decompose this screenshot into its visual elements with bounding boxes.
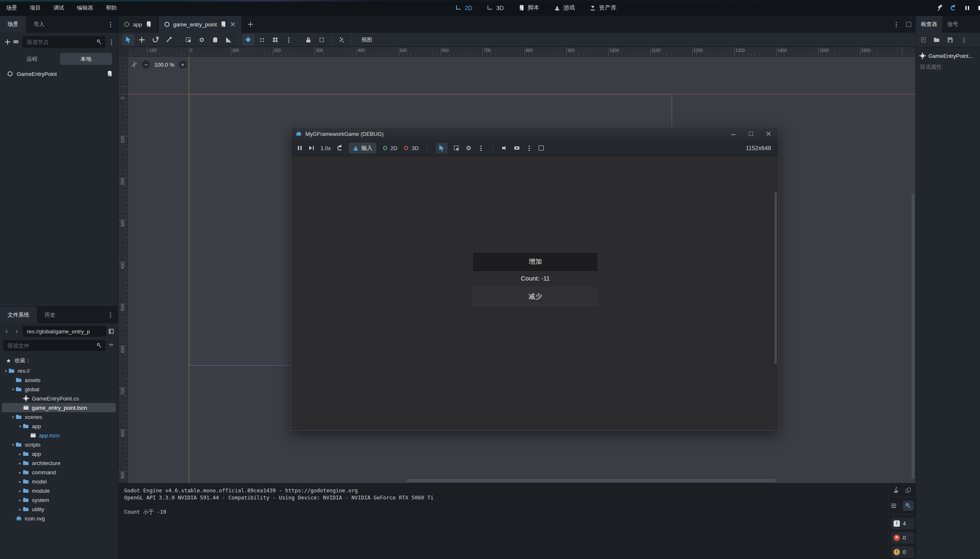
mute-audio-icon[interactable] (501, 145, 508, 151)
file-tree-item[interactable]: ▾app (0, 421, 118, 431)
view-menu[interactable]: 视图 (358, 36, 375, 44)
menu-help[interactable]: 帮助 (99, 4, 123, 12)
scene-tab-game-entry-point[interactable]: game_entry_point (159, 16, 241, 33)
chevron-right-icon[interactable]: ▸ (18, 489, 23, 493)
snap-options-menu[interactable] (282, 34, 295, 46)
zoom-in-button[interactable]: + (179, 60, 187, 69)
tab-scene[interactable]: 场景 (0, 16, 26, 33)
file-tree-item[interactable]: ▾res:// (0, 366, 118, 375)
menu-project[interactable]: 项目 (23, 4, 47, 12)
filter-files-input[interactable] (3, 340, 105, 351)
embed-fullscreen-icon[interactable] (538, 145, 545, 151)
chevron-down-icon[interactable]: ▾ (10, 387, 16, 392)
snap-config-button[interactable] (269, 34, 281, 46)
skeleton-options-menu[interactable] (335, 34, 348, 46)
new-resource-icon[interactable] (920, 36, 927, 43)
game-target-icon[interactable] (465, 145, 472, 151)
speed-multiplier[interactable]: 1.0x (321, 145, 331, 151)
copy-output-icon[interactable] (905, 487, 912, 494)
zoom-percent[interactable]: 100.0 % (154, 62, 175, 68)
scene-tree-root-node[interactable]: GameEntryPoint (0, 68, 118, 77)
filter-properties-input[interactable] (919, 63, 978, 70)
nav-back-button[interactable]: ‹ (3, 328, 11, 335)
lock-selection-button[interactable] (302, 34, 315, 46)
minimize-icon[interactable] (730, 130, 737, 137)
list-select-tool[interactable] (182, 34, 195, 46)
zoom-out-button[interactable]: − (142, 60, 150, 69)
ruler-tool[interactable] (222, 34, 235, 46)
sort-files-icon[interactable] (108, 342, 115, 349)
remote-toggle[interactable]: 远程 (6, 53, 58, 65)
group-selection-button[interactable] (315, 34, 328, 46)
chevron-right-icon[interactable]: ▸ (18, 507, 23, 512)
game-pause-icon[interactable] (296, 145, 303, 151)
workspace-game[interactable]: 游戏 (554, 4, 575, 12)
tab-filesystem[interactable]: 文件系统 (0, 307, 37, 323)
maximize-icon[interactable] (748, 130, 754, 137)
nav-forward-button[interactable]: › (13, 328, 21, 335)
game-list-select-icon[interactable] (453, 145, 460, 151)
menu-debug[interactable]: 调试 (47, 4, 70, 12)
chevron-down-icon[interactable]: ▾ (10, 442, 16, 447)
script-icon[interactable] (145, 21, 152, 28)
canvas-viewport[interactable]: -100010020030040050060070080090010001100… (118, 47, 915, 483)
pan-tool[interactable] (209, 34, 222, 46)
tab-signals[interactable]: 信号 (942, 16, 963, 33)
pause-button[interactable] (964, 5, 970, 11)
file-tree-item[interactable]: ▸architecture (0, 458, 118, 468)
file-tree-item[interactable]: ▾scripts (0, 440, 118, 449)
local-toggle[interactable]: 本地 (60, 53, 112, 65)
node-filter-menu[interactable] (108, 39, 115, 45)
tab-inspector[interactable]: 检查器 (916, 16, 942, 33)
workspace-3d[interactable]: 3D (487, 5, 504, 11)
game-select-menu[interactable] (477, 145, 484, 151)
workspace-script[interactable]: 脚本 (518, 4, 540, 12)
mode-3d-toggle[interactable]: 3D (403, 145, 419, 151)
warnings-badge[interactable]: 0 (891, 546, 915, 558)
file-tree-item[interactable]: ▾scenes (0, 412, 118, 421)
chevron-right-icon[interactable]: ▸ (18, 452, 23, 456)
messages-badge[interactable]: 4 (891, 518, 915, 529)
distraction-free-button[interactable] (905, 21, 912, 28)
collapse-output-icon[interactable] (890, 502, 897, 509)
chevron-down-icon[interactable]: ▾ (10, 415, 16, 419)
game-select-tool[interactable] (436, 143, 448, 153)
chevron-right-icon[interactable]: ▸ (18, 470, 23, 475)
search-output-button[interactable] (903, 501, 914, 511)
chevron-right-icon[interactable]: ▸ (18, 479, 23, 484)
resource-menu[interactable] (960, 36, 967, 43)
workspace-assetlib[interactable]: 资产库 (589, 4, 617, 12)
scale-tool[interactable] (162, 34, 175, 46)
add-scene-tab-button[interactable] (243, 16, 258, 33)
decrease-button[interactable]: 减少 (472, 287, 598, 307)
smart-snap-toggle[interactable] (242, 34, 255, 46)
file-tree-item[interactable]: app.tscn (0, 431, 118, 440)
file-tree-item[interactable]: game_entry_point.tscn (0, 403, 118, 412)
output-log[interactable]: Godot Engine v4.6.stable.mono.official.8… (124, 487, 886, 515)
path-input[interactable] (23, 326, 106, 337)
close-icon[interactable] (765, 130, 772, 137)
scene-tab-app[interactable]: app (118, 16, 157, 33)
filesystem-dock-menu[interactable] (107, 312, 114, 318)
stop-button[interactable] (977, 5, 980, 11)
file-tree-item[interactable]: ▸module (0, 486, 118, 495)
select-tool[interactable] (122, 34, 135, 46)
increase-button[interactable]: 增加 (472, 252, 598, 272)
favorites-header[interactable]: ★ 收藏： (0, 353, 118, 366)
chevron-down-icon[interactable]: ▾ (3, 369, 8, 373)
workspace-2d[interactable]: 2D (455, 5, 472, 11)
grid-snap-toggle[interactable] (255, 34, 268, 46)
load-resource-icon[interactable] (933, 36, 940, 43)
move-tool[interactable] (136, 34, 148, 46)
game-scrollbar[interactable] (774, 192, 777, 364)
split-view-icon[interactable] (108, 328, 115, 335)
file-tree-item[interactable]: assets (0, 375, 118, 385)
menu-editor[interactable]: 编辑器 (70, 4, 99, 12)
inspected-node-header[interactable]: GameEntryPoint... (916, 47, 980, 59)
scene-dock-menu[interactable] (107, 21, 114, 28)
tab-import[interactable]: 导入 (26, 16, 52, 33)
file-tree-item[interactable]: ▸system (0, 495, 118, 504)
build-button[interactable] (936, 5, 943, 11)
file-tree-item[interactable]: icon.svg (0, 514, 118, 523)
canvas-horizontal-scrollbar[interactable] (407, 479, 776, 482)
